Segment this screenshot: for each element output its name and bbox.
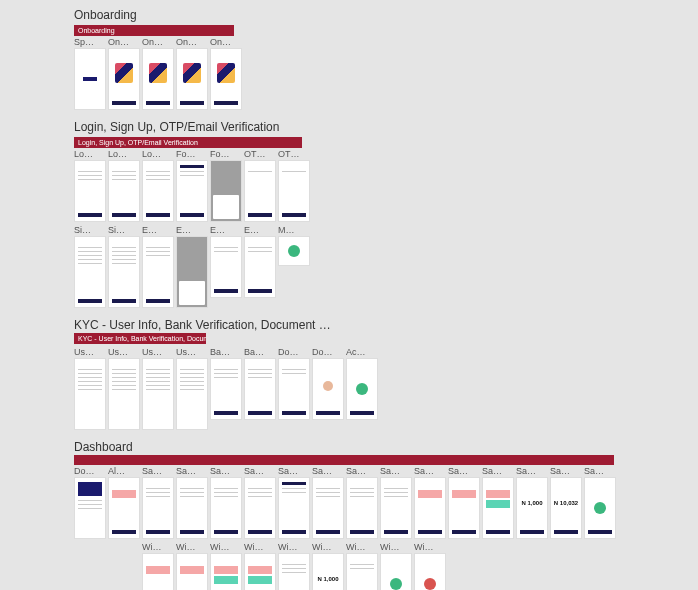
thumb-signup[interactable]: [74, 236, 106, 308]
thumb-forgot[interactable]: [176, 160, 208, 222]
thumb-bank[interactable]: [210, 358, 242, 420]
thumb-save[interactable]: [176, 477, 208, 539]
thumb-splash[interactable]: [74, 48, 106, 110]
thumb-email[interactable]: [142, 236, 174, 308]
frame[interactable]: Wi…: [176, 541, 208, 590]
thumb-document[interactable]: [278, 358, 310, 420]
frame[interactable]: Wi…: [210, 541, 242, 590]
thumb-userinfo[interactable]: [108, 358, 140, 430]
frame[interactable]: Wi…: [142, 541, 174, 590]
frame[interactable]: Fo…: [210, 148, 242, 222]
frame[interactable]: E…: [244, 224, 276, 308]
thumb-withdraw[interactable]: [210, 553, 242, 590]
thumb-onboard[interactable]: [108, 48, 140, 110]
frame[interactable]: Do…: [312, 346, 344, 430]
thumb-success[interactable]: [346, 358, 378, 420]
frame[interactable]: Do…: [278, 346, 310, 430]
frame[interactable]: Do…: [74, 465, 106, 539]
frame[interactable]: Sa…: [176, 465, 208, 539]
frame[interactable]: Wi…: [380, 541, 412, 590]
frame[interactable]: Al…: [108, 465, 140, 539]
frame[interactable]: Ba…: [210, 346, 242, 430]
frame[interactable]: Sa…N 10,032: [550, 465, 582, 539]
thumb-amount[interactable]: N 1,000: [516, 477, 548, 539]
thumb-error[interactable]: [414, 553, 446, 590]
frame[interactable]: Sa…: [380, 465, 412, 539]
frame[interactable]: Sa…: [278, 465, 310, 539]
frame[interactable]: Sa…: [312, 465, 344, 539]
frame[interactable]: Sp…: [74, 36, 106, 110]
thumb-save[interactable]: [210, 477, 242, 539]
thumb-save-red[interactable]: [448, 477, 480, 539]
thumb-login[interactable]: [142, 160, 174, 222]
thumb-save[interactable]: [278, 477, 310, 539]
frame[interactable]: Sa…: [210, 465, 242, 539]
frame[interactable]: Us…: [142, 346, 174, 430]
thumb-onboard[interactable]: [176, 48, 208, 110]
frame[interactable]: Wi…N 1,000: [312, 541, 344, 590]
frame[interactable]: OT…: [278, 148, 310, 222]
thumb-userinfo[interactable]: [176, 358, 208, 430]
frame[interactable]: Us…: [74, 346, 106, 430]
thumb-document[interactable]: [312, 358, 344, 420]
frame[interactable]: Us…: [108, 346, 140, 430]
thumb-forgot-modal[interactable]: [210, 160, 242, 222]
frame[interactable]: M…: [278, 224, 310, 308]
frame[interactable]: Lo…: [108, 148, 140, 222]
frame[interactable]: Si…: [108, 224, 140, 308]
frame[interactable]: Wi…: [244, 541, 276, 590]
thumb-signup[interactable]: [108, 236, 140, 308]
frame[interactable]: Wi…: [346, 541, 378, 590]
frame[interactable]: E…: [210, 224, 242, 308]
thumb-dash-home[interactable]: [74, 477, 106, 539]
thumb-save-mix[interactable]: [482, 477, 514, 539]
thumb-otp[interactable]: [278, 160, 310, 222]
frame[interactable]: Ac…: [346, 346, 378, 430]
frame[interactable]: On…: [210, 36, 242, 110]
frame[interactable]: Sa…: [414, 465, 446, 539]
thumb-success[interactable]: [584, 477, 616, 539]
frame[interactable]: Si…: [74, 224, 106, 308]
frame[interactable]: Lo…: [142, 148, 174, 222]
thumb-save-red[interactable]: [414, 477, 446, 539]
thumb-onboard[interactable]: [210, 48, 242, 110]
thumb-success[interactable]: [380, 553, 412, 590]
section-header-bar[interactable]: [74, 455, 614, 465]
thumb-login[interactable]: [108, 160, 140, 222]
thumb-otp[interactable]: [244, 160, 276, 222]
thumb-success[interactable]: [278, 236, 310, 266]
thumb-save[interactable]: [380, 477, 412, 539]
thumb-userinfo[interactable]: [74, 358, 106, 430]
frame[interactable]: Sa…N 1,000: [516, 465, 548, 539]
frame[interactable]: Sa…: [346, 465, 378, 539]
frame[interactable]: Sa…: [448, 465, 480, 539]
thumb-login[interactable]: [74, 160, 106, 222]
frame[interactable]: Fo…: [176, 148, 208, 222]
frame[interactable]: Sa…: [482, 465, 514, 539]
thumb-save[interactable]: [346, 477, 378, 539]
thumb-amount[interactable]: N 1,000: [312, 553, 344, 590]
thumb-withdraw[interactable]: [176, 553, 208, 590]
frame[interactable]: Wi…: [278, 541, 310, 590]
thumb-email[interactable]: [210, 236, 242, 298]
frame[interactable]: E…: [176, 224, 208, 308]
frame[interactable]: Sa…: [142, 465, 174, 539]
frame[interactable]: OT…: [244, 148, 276, 222]
frame[interactable]: Lo…: [74, 148, 106, 222]
thumb-save[interactable]: [312, 477, 344, 539]
thumb-save[interactable]: [244, 477, 276, 539]
frame[interactable]: E…: [142, 224, 174, 308]
thumb-withdraw[interactable]: [244, 553, 276, 590]
frame[interactable]: On…: [142, 36, 174, 110]
thumb-onboard[interactable]: [142, 48, 174, 110]
thumb-email-modal[interactable]: [176, 236, 208, 308]
thumb-email[interactable]: [244, 236, 276, 298]
thumb-withdraw[interactable]: [142, 553, 174, 590]
frame[interactable]: Sa…: [244, 465, 276, 539]
thumb-alert[interactable]: [108, 477, 140, 539]
frame[interactable]: Wi…: [414, 541, 446, 590]
frame[interactable]: Us…: [176, 346, 208, 430]
frame[interactable]: Ba…: [244, 346, 276, 430]
section-header-bar[interactable]: KYC - User Info, Bank Verification, Docu…: [74, 333, 206, 344]
thumb-withdraw[interactable]: [278, 553, 310, 590]
